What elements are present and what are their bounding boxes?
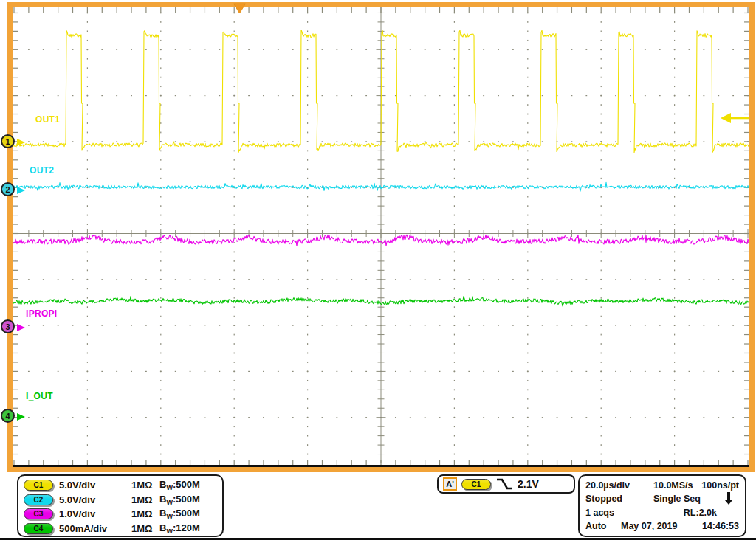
channel-1-badge[interactable]: C1 [24,480,53,491]
channel-3-scale: 1.0V/div [59,508,131,519]
channel-4-number: 4 [5,412,10,421]
channel-2-scale: 5.0V/div [59,494,131,505]
channel-1-bandwidth: BW:500M [159,479,200,491]
trigger-readout: A' C1 2.1V [437,474,575,494]
channel-1-label: OUT1 [35,114,60,125]
record-length: RL:2.0k [684,508,717,518]
acq-count: 1 acqs [585,508,614,518]
channel-4-scale: 500mA/div [59,523,131,534]
resolution-value: 100ns/pt [701,480,739,491]
channel-4-impedance: 1MΩ [131,523,159,534]
channel-4-badge[interactable]: C4 [24,523,53,534]
channel-3-number: 3 [5,322,10,331]
channel-1-settings-row: C1 5.0V/div 1MΩ BW:500M [24,478,222,493]
channel-3-bandwidth: BW:500M [159,508,200,520]
trigger-mode: Auto [585,521,621,531]
bottom-separator [0,538,756,540]
acq-row-timebase: 20.0µs/div 10.0MS/s 100ns/pt [585,479,739,492]
channel-4-bandwidth: BW:120M [159,522,200,535]
channel-3-impedance: 1MΩ [131,508,159,519]
channel-1-number: 1 [5,137,10,146]
down-arrow-icon [724,492,733,505]
falling-edge-icon [495,477,513,491]
channel-2-impedance: 1MΩ [131,494,159,505]
acq-row-datetime: Auto May 07, 2019 14:46:53 [585,519,739,533]
channel-1-marker[interactable]: 1 [1,134,15,148]
channel-1-scale: 5.0V/div [59,480,131,491]
channel-2-bandwidth: BW:500M [159,494,200,506]
oscilloscope-screen: 1 2 3 4 OUT1 OUT2 IPROPI I_OUT C1 5.0V/d… [0,0,756,543]
acq-mode: Single Seq [653,494,701,504]
channel-4-marker[interactable]: 4 [1,409,15,423]
trigger-level-value: 2.1V [518,478,539,490]
trigger-source-badge[interactable]: C1 [461,479,491,490]
acq-status: Stopped [585,494,653,504]
acq-date: May 07, 2019 [621,521,677,531]
channel-3-marker[interactable]: 3 [1,319,15,333]
channel-3-label: IPROPI [26,308,57,319]
sample-rate-value: 10.0MS/s [653,480,693,491]
channel-4-arrow-icon [17,413,25,421]
acq-time: 14:46:53 [702,521,739,531]
channel-1-impedance: 1MΩ [131,480,159,491]
channel-settings-panel: C1 5.0V/div 1MΩ BW:500M C2 5.0V/div 1MΩ … [17,474,224,537]
channel-4-label: I_OUT [26,391,53,401]
channel-2-arrow-icon [17,187,25,194]
acq-row-status: Stopped Single Seq [585,492,739,505]
channel-2-settings-row: C2 5.0V/div 1MΩ BW:500M [24,493,222,508]
channel-3-settings-row: C3 1.0V/div 1MΩ BW:500M [24,507,222,522]
channel-2-marker[interactable]: 2 [1,182,15,196]
channel-1-arrow-icon [17,139,25,146]
timebase-value: 20.0µs/div [585,480,653,491]
channel-3-badge[interactable]: C3 [24,508,53,519]
channel-2-badge[interactable]: C2 [24,494,53,505]
waveform-display [7,2,755,472]
channel-2-number: 2 [5,185,10,194]
channel-3-arrow-icon [17,324,25,331]
acquisition-readout: 20.0µs/div 10.0MS/s 100ns/pt Stopped Sin… [578,474,746,537]
channel-2-label: OUT2 [30,165,54,176]
channel-4-settings-row: C4 500mA/div 1MΩ BW:120M [24,522,222,536]
acq-row-count: 1 acqs RL:2.0k [585,506,739,519]
trigger-event-badge[interactable]: A' [443,477,457,491]
